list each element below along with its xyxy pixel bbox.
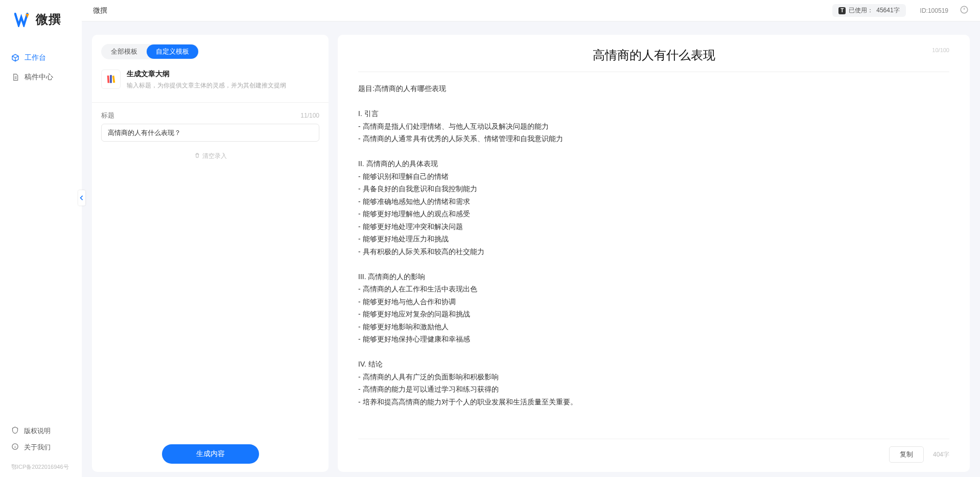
cube-icon [11,54,19,62]
template-tabs: 全部模板 自定义模板 [101,44,199,59]
icp-text: 鄂ICP备2022016946号 [0,463,82,471]
usage-value: 45641字 [876,6,899,15]
clear-label: 清空录入 [202,152,227,161]
books-icon [101,70,121,89]
template-card: 生成文章大纲 输入标题，为你提供文章主体的灵感，并为其创建推文提纲 [101,70,319,90]
logo-icon [14,12,32,27]
main: 微撰 T 已使用： 45641字 ID:100519 全部模板 自定义模板 生成… [82,0,980,477]
divider [92,102,329,103]
nav-item-label: 工作台 [25,53,46,62]
user-id: ID:100519 [920,7,948,14]
content: 全部模板 自定义模板 生成文章大纲 输入标题，为你提供文章主体的灵感，并为其创建… [82,21,980,477]
topbar: 微撰 T 已使用： 45641字 ID:100519 [82,0,980,21]
logo: 微撰 [0,11,82,48]
tab-all-templates[interactable]: 全部模板 [102,44,147,59]
sidebar-bottom: 版权说明 关于我们 [0,426,82,457]
topbar-title: 微撰 [93,6,832,15]
template-desc: 输入标题，为你提供文章主体的灵感，并为其创建推文提纲 [127,81,286,90]
shield-icon [11,426,19,436]
copyright-label: 版权说明 [24,426,51,436]
output-body[interactable]: 题目:高情商的人有哪些表现 I. 引言 - 高情商是指人们处理情绪、与他人互动以… [358,82,949,434]
chevron-left-icon [80,193,84,202]
power-button[interactable] [960,5,969,16]
document-icon [11,73,19,81]
logo-text: 微撰 [36,11,61,28]
usage-pill[interactable]: T 已使用： 45641字 [832,4,905,17]
title-counter: 11/100 [300,112,319,119]
nav-item-drafts[interactable]: 稿件中心 [0,67,82,87]
output-title-counter: 10/100 [932,47,949,53]
copyright-link[interactable]: 版权说明 [11,426,71,436]
tab-custom-template[interactable]: 自定义模板 [147,44,198,59]
output-header: 高情商的人有什么表现 10/100 [358,47,949,63]
text-badge-icon: T [838,7,846,14]
sidebar: 微撰 工作台 稿件中心 版权说明 关于我们 鄂ICP备 [0,0,82,477]
clear-input-button[interactable]: 清空录入 [101,152,319,161]
output-title: 高情商的人有什么表现 [593,47,715,63]
title-label: 标题 [101,111,114,120]
about-label: 关于我们 [24,443,51,452]
info-icon [11,443,19,452]
nav: 工作台 稿件中心 [0,48,82,426]
word-count: 404字 [933,450,949,459]
field-header: 标题 11/100 [101,111,319,120]
template-title: 生成文章大纲 [127,70,286,79]
template-info: 生成文章大纲 输入标题，为你提供文章主体的灵感，并为其创建推文提纲 [127,70,286,90]
copy-button[interactable]: 复制 [889,446,924,463]
nav-item-workbench[interactable]: 工作台 [0,48,82,67]
collapse-sidebar-button[interactable] [78,190,85,206]
output-footer: 复制 404字 [358,439,949,463]
about-link[interactable]: 关于我们 [11,443,71,452]
trash-icon [194,152,200,160]
usage-label: 已使用： [849,6,873,15]
header-divider [358,72,949,72]
panel-left: 全部模板 自定义模板 生成文章大纲 输入标题，为你提供文章主体的灵感，并为其创建… [92,35,329,472]
nav-item-label: 稿件中心 [25,73,53,82]
generate-button[interactable]: 生成内容 [162,444,259,464]
title-input[interactable] [101,124,319,142]
panel-right: 高情商的人有什么表现 10/100 题目:高情商的人有哪些表现 I. 引言 - … [338,35,970,472]
